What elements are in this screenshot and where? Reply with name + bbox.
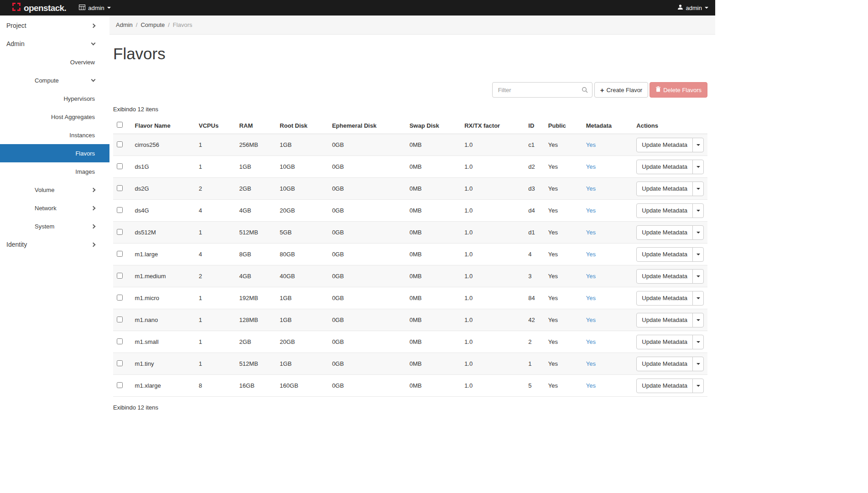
table-row: m1.large 4 8GB 80GB 0GB 0MB 1.0 4 Yes Ye… (113, 244, 707, 265)
column-header-public[interactable]: Public (545, 117, 582, 134)
column-header-id[interactable]: ID (525, 117, 544, 134)
column-header-vcpus[interactable]: VCPUs (195, 117, 236, 134)
row-checkbox[interactable] (117, 317, 123, 322)
user-menu[interactable]: admin (677, 4, 708, 11)
column-header-flavor-name[interactable]: Flavor Name (131, 117, 195, 134)
row-actions-dropdown[interactable] (692, 291, 704, 306)
sidebar-item-volume[interactable]: Volume (0, 181, 109, 199)
update-metadata-button[interactable]: Update Metadata (636, 379, 693, 393)
cell-id: d3 (525, 178, 544, 200)
column-header-rxtx-factor[interactable]: RX/TX factor (461, 117, 525, 134)
update-metadata-button[interactable]: Update Metadata (636, 357, 693, 371)
metadata-link[interactable]: Yes (586, 229, 596, 236)
table-row: ds2G 2 2GB 10GB 0GB 0MB 1.0 d3 Yes Yes U… (113, 178, 707, 200)
row-checkbox[interactable] (117, 251, 123, 257)
delete-flavors-button[interactable]: Delete Flavors (650, 82, 707, 98)
update-metadata-button[interactable]: Update Metadata (636, 182, 693, 196)
project-context-switcher[interactable]: admin (79, 5, 110, 11)
sidebar-item-flavors[interactable]: Flavors (0, 144, 109, 162)
row-actions-dropdown[interactable] (692, 247, 704, 262)
row-actions-dropdown[interactable] (692, 313, 704, 327)
metadata-link[interactable]: Yes (586, 141, 596, 148)
cell-public: Yes (545, 222, 582, 244)
row-actions-dropdown[interactable] (692, 225, 704, 240)
cell-id: 84 (525, 287, 544, 309)
cell-root-disk: 20GB (276, 200, 328, 222)
update-metadata-button[interactable]: Update Metadata (636, 225, 693, 240)
metadata-link[interactable]: Yes (586, 163, 596, 170)
row-checkbox[interactable] (117, 229, 123, 235)
filter-input[interactable] (492, 82, 593, 98)
chevron-down-icon (696, 319, 700, 321)
sidebar-item-network[interactable]: Network (0, 199, 109, 217)
column-header-ram[interactable]: RAM (236, 117, 276, 134)
row-checkbox[interactable] (117, 273, 123, 279)
row-checkbox[interactable] (117, 185, 123, 191)
sidebar-item-host-aggregates[interactable]: Host Aggregates (0, 108, 109, 126)
sidebar-item-overview[interactable]: Overview (0, 53, 109, 71)
select-all-checkbox[interactable] (117, 122, 123, 128)
cell-actions: Update Metadata (633, 375, 707, 397)
breadcrumb-admin[interactable]: Admin (116, 21, 133, 28)
update-metadata-button[interactable]: Update Metadata (636, 203, 693, 218)
sidebar-item-images[interactable]: Images (0, 162, 109, 181)
row-actions-dropdown[interactable] (692, 357, 704, 371)
row-actions-dropdown[interactable] (692, 269, 704, 284)
cell-actions: Update Metadata (633, 200, 707, 222)
update-metadata-button[interactable]: Update Metadata (636, 313, 693, 327)
metadata-link[interactable]: Yes (586, 185, 596, 192)
row-checkbox[interactable] (117, 163, 123, 169)
row-checkbox[interactable] (117, 141, 123, 147)
cell-checkbox (113, 265, 131, 287)
row-actions-dropdown[interactable] (692, 138, 704, 152)
column-header-root-disk[interactable]: Root Disk (276, 117, 328, 134)
sidebar-item-system[interactable]: System (0, 217, 109, 235)
metadata-link[interactable]: Yes (586, 295, 596, 301)
row-checkbox[interactable] (117, 338, 123, 344)
update-metadata-button[interactable]: Update Metadata (636, 160, 693, 174)
cell-vcpus: 2 (195, 178, 236, 200)
update-metadata-button[interactable]: Update Metadata (636, 247, 693, 262)
metadata-link[interactable]: Yes (586, 338, 596, 345)
sidebar-item-identity[interactable]: Identity (0, 235, 109, 254)
sidebar-item-instances[interactable]: Instances (0, 126, 109, 144)
row-actions-dropdown[interactable] (692, 182, 704, 196)
chevron-down-icon (696, 144, 700, 146)
sidebar-item-compute[interactable]: Compute (0, 71, 109, 89)
breadcrumb: Admin / Compute / Flavors (109, 16, 715, 35)
cell-root-disk: 20GB (276, 331, 328, 353)
row-actions-dropdown[interactable] (692, 160, 704, 174)
metadata-link[interactable]: Yes (586, 273, 596, 280)
metadata-link[interactable]: Yes (586, 382, 596, 389)
flavors-table-body: cirros256 1 256MB 1GB 0GB 0MB 1.0 c1 Yes… (113, 134, 707, 397)
chevron-down-icon (91, 41, 96, 45)
metadata-link[interactable]: Yes (586, 360, 596, 367)
row-checkbox[interactable] (117, 295, 123, 301)
column-header-ephemeral-disk[interactable]: Ephemeral Disk (328, 117, 406, 134)
row-checkbox[interactable] (117, 207, 123, 213)
update-metadata-button[interactable]: Update Metadata (636, 138, 693, 152)
column-header-metadata[interactable]: Metadata (582, 117, 633, 134)
metadata-link[interactable]: Yes (586, 317, 596, 323)
cell-id: 3 (525, 265, 544, 287)
openstack-logo[interactable]: openstack. (11, 2, 66, 14)
cell-checkbox (113, 222, 131, 244)
update-metadata-button[interactable]: Update Metadata (636, 335, 693, 349)
metadata-link[interactable]: Yes (586, 251, 596, 258)
sidebar-item-hypervisors[interactable]: Hypervisors (0, 89, 109, 108)
row-actions-dropdown[interactable] (692, 335, 704, 349)
sidebar-item-project[interactable]: Project (0, 16, 109, 35)
row-actions-dropdown[interactable] (692, 379, 704, 393)
row-checkbox[interactable] (117, 360, 123, 366)
metadata-link[interactable]: Yes (586, 207, 596, 214)
update-metadata-button[interactable]: Update Metadata (636, 269, 693, 284)
create-flavor-button[interactable]: + Create Flavor (594, 82, 649, 98)
update-metadata-button[interactable]: Update Metadata (636, 291, 693, 306)
row-actions-dropdown[interactable] (692, 203, 704, 218)
row-checkbox[interactable] (117, 382, 123, 388)
column-header-swap-disk[interactable]: Swap Disk (406, 117, 461, 134)
cell-public: Yes (545, 156, 582, 178)
breadcrumb-compute[interactable]: Compute (140, 21, 165, 28)
sidebar-item-admin[interactable]: Admin (0, 35, 109, 53)
table-row: ds4G 4 4GB 20GB 0GB 0MB 1.0 d4 Yes Yes U… (113, 200, 707, 222)
